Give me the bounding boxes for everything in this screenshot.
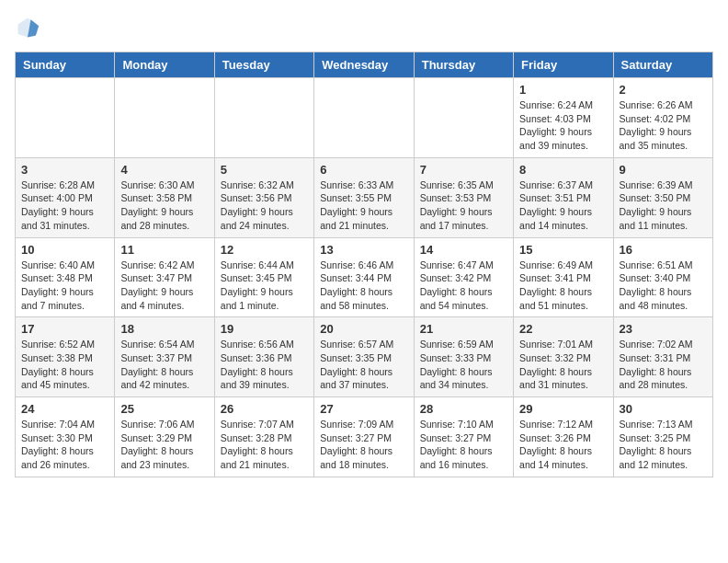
calendar-cell: 30Sunrise: 7:13 AM Sunset: 3:25 PM Dayli… bbox=[613, 397, 712, 477]
calendar-cell bbox=[16, 78, 115, 158]
logo bbox=[15, 15, 44, 40]
week-row-1: 1Sunrise: 6:24 AM Sunset: 4:03 PM Daylig… bbox=[16, 78, 713, 158]
day-number: 11 bbox=[120, 243, 208, 257]
calendar: SundayMondayTuesdayWednesdayThursdayFrid… bbox=[15, 52, 713, 477]
calendar-cell: 1Sunrise: 6:24 AM Sunset: 4:03 PM Daylig… bbox=[514, 78, 613, 158]
calendar-cell bbox=[414, 78, 513, 158]
day-info: Sunrise: 6:40 AM Sunset: 3:48 PM Dayligh… bbox=[21, 259, 108, 313]
calendar-cell: 3Sunrise: 6:28 AM Sunset: 4:00 PM Daylig… bbox=[16, 157, 115, 237]
day-number: 26 bbox=[221, 402, 308, 416]
weekday-header-tuesday: Tuesday bbox=[214, 52, 313, 78]
day-info: Sunrise: 7:07 AM Sunset: 3:28 PM Dayligh… bbox=[221, 418, 308, 472]
day-info: Sunrise: 6:33 AM Sunset: 3:55 PM Dayligh… bbox=[320, 178, 407, 233]
calendar-cell: 2Sunrise: 6:26 AM Sunset: 4:02 PM Daylig… bbox=[613, 78, 712, 158]
calendar-cell: 29Sunrise: 7:12 AM Sunset: 3:26 PM Dayli… bbox=[514, 397, 613, 477]
day-number: 9 bbox=[620, 163, 707, 177]
weekday-header-sunday: Sunday bbox=[16, 52, 115, 78]
day-number: 19 bbox=[221, 322, 308, 336]
day-info: Sunrise: 7:10 AM Sunset: 3:27 PM Dayligh… bbox=[420, 418, 507, 472]
day-info: Sunrise: 7:12 AM Sunset: 3:26 PM Dayligh… bbox=[519, 418, 607, 472]
day-info: Sunrise: 6:39 AM Sunset: 3:50 PM Dayligh… bbox=[620, 178, 707, 233]
day-number: 20 bbox=[320, 322, 407, 336]
day-info: Sunrise: 6:54 AM Sunset: 3:37 PM Dayligh… bbox=[120, 338, 208, 392]
day-info: Sunrise: 6:46 AM Sunset: 3:44 PM Dayligh… bbox=[320, 259, 407, 313]
day-info: Sunrise: 7:02 AM Sunset: 3:31 PM Dayligh… bbox=[620, 338, 707, 392]
day-number: 4 bbox=[120, 163, 208, 177]
calendar-cell: 22Sunrise: 7:01 AM Sunset: 3:32 PM Dayli… bbox=[514, 317, 613, 397]
page-header bbox=[15, 15, 713, 40]
calendar-cell: 28Sunrise: 7:10 AM Sunset: 3:27 PM Dayli… bbox=[414, 397, 513, 477]
day-number: 30 bbox=[620, 402, 707, 416]
calendar-cell: 18Sunrise: 6:54 AM Sunset: 3:37 PM Dayli… bbox=[115, 317, 214, 397]
calendar-cell: 7Sunrise: 6:35 AM Sunset: 3:53 PM Daylig… bbox=[414, 157, 513, 237]
calendar-cell: 16Sunrise: 6:51 AM Sunset: 3:40 PM Dayli… bbox=[613, 237, 712, 317]
day-info: Sunrise: 6:30 AM Sunset: 3:58 PM Dayligh… bbox=[120, 178, 208, 233]
calendar-cell bbox=[314, 78, 414, 158]
day-number: 16 bbox=[620, 243, 707, 257]
week-row-5: 24Sunrise: 7:04 AM Sunset: 3:30 PM Dayli… bbox=[16, 397, 713, 477]
day-number: 2 bbox=[620, 83, 707, 97]
day-info: Sunrise: 6:47 AM Sunset: 3:42 PM Dayligh… bbox=[420, 259, 507, 313]
calendar-cell: 9Sunrise: 6:39 AM Sunset: 3:50 PM Daylig… bbox=[613, 157, 712, 237]
calendar-cell: 13Sunrise: 6:46 AM Sunset: 3:44 PM Dayli… bbox=[314, 237, 414, 317]
day-info: Sunrise: 7:06 AM Sunset: 3:29 PM Dayligh… bbox=[120, 418, 208, 472]
weekday-header-row: SundayMondayTuesdayWednesdayThursdayFrid… bbox=[16, 52, 713, 78]
logo-icon bbox=[15, 15, 40, 40]
weekday-header-friday: Friday bbox=[514, 52, 613, 78]
calendar-cell: 21Sunrise: 6:59 AM Sunset: 3:33 PM Dayli… bbox=[414, 317, 513, 397]
calendar-cell: 23Sunrise: 7:02 AM Sunset: 3:31 PM Dayli… bbox=[613, 317, 712, 397]
day-info: Sunrise: 6:37 AM Sunset: 3:51 PM Dayligh… bbox=[519, 178, 607, 233]
day-number: 21 bbox=[420, 322, 507, 336]
day-info: Sunrise: 7:09 AM Sunset: 3:27 PM Dayligh… bbox=[320, 418, 407, 472]
week-row-2: 3Sunrise: 6:28 AM Sunset: 4:00 PM Daylig… bbox=[16, 157, 713, 237]
weekday-header-thursday: Thursday bbox=[414, 52, 513, 78]
weekday-header-monday: Monday bbox=[115, 52, 214, 78]
day-info: Sunrise: 6:57 AM Sunset: 3:35 PM Dayligh… bbox=[320, 338, 407, 392]
calendar-cell: 11Sunrise: 6:42 AM Sunset: 3:47 PM Dayli… bbox=[115, 237, 214, 317]
day-number: 17 bbox=[21, 322, 108, 336]
day-number: 25 bbox=[120, 402, 208, 416]
day-number: 8 bbox=[519, 163, 607, 177]
day-info: Sunrise: 6:24 AM Sunset: 4:03 PM Dayligh… bbox=[519, 98, 607, 153]
calendar-cell: 5Sunrise: 6:32 AM Sunset: 3:56 PM Daylig… bbox=[214, 157, 313, 237]
day-info: Sunrise: 7:04 AM Sunset: 3:30 PM Dayligh… bbox=[21, 418, 108, 472]
day-number: 13 bbox=[320, 243, 407, 257]
day-info: Sunrise: 6:42 AM Sunset: 3:47 PM Dayligh… bbox=[120, 259, 208, 313]
day-info: Sunrise: 6:35 AM Sunset: 3:53 PM Dayligh… bbox=[420, 178, 507, 233]
day-number: 29 bbox=[519, 402, 607, 416]
day-info: Sunrise: 7:01 AM Sunset: 3:32 PM Dayligh… bbox=[519, 338, 607, 392]
day-number: 27 bbox=[320, 402, 407, 416]
day-info: Sunrise: 6:56 AM Sunset: 3:36 PM Dayligh… bbox=[221, 338, 308, 392]
calendar-cell: 20Sunrise: 6:57 AM Sunset: 3:35 PM Dayli… bbox=[314, 317, 414, 397]
day-info: Sunrise: 6:28 AM Sunset: 4:00 PM Dayligh… bbox=[21, 178, 108, 233]
day-number: 7 bbox=[420, 163, 507, 177]
calendar-cell: 25Sunrise: 7:06 AM Sunset: 3:29 PM Dayli… bbox=[115, 397, 214, 477]
day-number: 22 bbox=[519, 322, 607, 336]
week-row-3: 10Sunrise: 6:40 AM Sunset: 3:48 PM Dayli… bbox=[16, 237, 713, 317]
calendar-cell bbox=[115, 78, 214, 158]
day-info: Sunrise: 6:52 AM Sunset: 3:38 PM Dayligh… bbox=[21, 338, 108, 392]
calendar-cell: 12Sunrise: 6:44 AM Sunset: 3:45 PM Dayli… bbox=[214, 237, 313, 317]
day-number: 1 bbox=[519, 83, 607, 97]
calendar-cell: 27Sunrise: 7:09 AM Sunset: 3:27 PM Dayli… bbox=[314, 397, 414, 477]
calendar-cell: 4Sunrise: 6:30 AM Sunset: 3:58 PM Daylig… bbox=[115, 157, 214, 237]
weekday-header-saturday: Saturday bbox=[613, 52, 712, 78]
calendar-cell: 6Sunrise: 6:33 AM Sunset: 3:55 PM Daylig… bbox=[314, 157, 414, 237]
calendar-cell: 8Sunrise: 6:37 AM Sunset: 3:51 PM Daylig… bbox=[514, 157, 613, 237]
calendar-cell: 15Sunrise: 6:49 AM Sunset: 3:41 PM Dayli… bbox=[514, 237, 613, 317]
calendar-cell: 10Sunrise: 6:40 AM Sunset: 3:48 PM Dayli… bbox=[16, 237, 115, 317]
calendar-cell: 26Sunrise: 7:07 AM Sunset: 3:28 PM Dayli… bbox=[214, 397, 313, 477]
calendar-cell: 24Sunrise: 7:04 AM Sunset: 3:30 PM Dayli… bbox=[16, 397, 115, 477]
calendar-cell: 14Sunrise: 6:47 AM Sunset: 3:42 PM Dayli… bbox=[414, 237, 513, 317]
calendar-cell bbox=[214, 78, 313, 158]
weekday-header-wednesday: Wednesday bbox=[314, 52, 414, 78]
day-number: 14 bbox=[420, 243, 507, 257]
day-number: 6 bbox=[320, 163, 407, 177]
day-info: Sunrise: 6:44 AM Sunset: 3:45 PM Dayligh… bbox=[221, 259, 308, 313]
day-info: Sunrise: 6:59 AM Sunset: 3:33 PM Dayligh… bbox=[420, 338, 507, 392]
day-number: 5 bbox=[221, 163, 308, 177]
day-number: 18 bbox=[120, 322, 208, 336]
day-info: Sunrise: 6:26 AM Sunset: 4:02 PM Dayligh… bbox=[620, 98, 707, 153]
day-info: Sunrise: 6:51 AM Sunset: 3:40 PM Dayligh… bbox=[620, 259, 707, 313]
day-number: 24 bbox=[21, 402, 108, 416]
